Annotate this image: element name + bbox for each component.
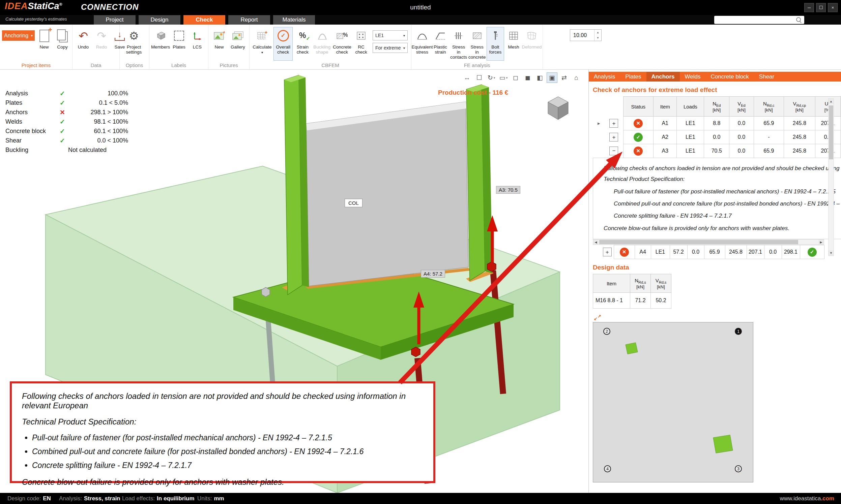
status-pass-icon: ✓ [634, 133, 643, 142]
measure-icon[interactable]: ↔ [462, 72, 473, 83]
expand-diagram-icon[interactable]: ↗ ↙ [594, 314, 601, 321]
view-cube[interactable] [543, 92, 573, 122]
scroll-up-icon[interactable]: ▲ [828, 99, 834, 104]
minimize-button[interactable]: ─ [804, 3, 814, 12]
group-label-options: Options [120, 62, 149, 68]
deformation-scale-spinner[interactable]: 10.00 ▲ ▼ [570, 29, 602, 41]
scrollbar-thumb[interactable] [829, 105, 833, 159]
group-label-project-items: Project items [0, 62, 72, 68]
overall-check-button[interactable]: ✓ Overall check [273, 27, 293, 61]
svg-text:%: % [343, 32, 348, 38]
mesh-button[interactable]: Mesh [505, 27, 522, 61]
labels-lcs-button[interactable]: LCS [189, 27, 206, 61]
view-wireframe-icon[interactable]: ◻ [510, 72, 521, 83]
scrollbar-thumb[interactable] [599, 240, 798, 244]
plate-bolt [262, 287, 270, 297]
equivalent-stress-button[interactable]: Equivalent stress [413, 27, 431, 61]
horizontal-scrollbar[interactable]: ◀ ▶ [593, 239, 824, 245]
search-input[interactable] [716, 16, 795, 23]
selection-mode-icon[interactable]: ▭▾ [498, 72, 509, 83]
render-mode-icon[interactable]: ▣ [547, 72, 557, 83]
column-member[interactable] [284, 75, 492, 295]
scroll-down-icon[interactable]: ▼ [828, 250, 834, 256]
labels-members-button[interactable]: Members [151, 27, 170, 61]
caret-down-icon: ▾ [261, 51, 263, 54]
tab-anchors[interactable]: Anchors [647, 72, 680, 82]
mirror-view-icon[interactable]: ⇄ [559, 72, 569, 83]
ribbon-group-fe-analysis: Equivalent stress Plastic strain [411, 24, 543, 69]
status-analysis-type: Analysis:Stress, strain [59, 495, 120, 502]
concrete-check-button[interactable]: % Concrete check [332, 27, 352, 61]
spin-up-icon[interactable]: ▲ [595, 30, 601, 35]
overall-check-icon: ✓ [277, 30, 289, 41]
search-box[interactable] [714, 16, 804, 24]
tab-plates[interactable]: Plates [620, 72, 646, 82]
calculate-button[interactable]: + Calculate ▾ [252, 27, 273, 61]
website-link[interactable]: www.ideastatica.com [779, 495, 834, 502]
rc-check-icon [356, 31, 366, 41]
status-units: Units:mm [197, 495, 224, 502]
redo-button[interactable]: ↷ Redo [93, 27, 110, 61]
strain-check-icon: %✓ [299, 31, 306, 40]
warning-bullets: Pull-out failure of fastener (for post-i… [32, 433, 423, 470]
rc-check-button[interactable]: RC check [353, 27, 370, 61]
expand-toggle-button[interactable]: + [603, 248, 612, 256]
anchoring-dropdown[interactable]: Anchoring ▾ [2, 30, 35, 41]
ribbon: Anchoring ▾ + New Copy Project items ↶ U… [0, 24, 841, 70]
section-title-anchor-check: Check of anchors for extreme load effect [593, 86, 841, 94]
picture-gallery-button[interactable]: Gallery [229, 27, 247, 61]
home-view-icon[interactable]: ⌂ [571, 72, 582, 83]
maximize-button[interactable]: ☐ [816, 3, 826, 12]
tab-project[interactable]: Project [94, 15, 136, 24]
svg-text:+: + [265, 31, 268, 35]
cbfem-selectors: LE1 ▾ For extreme ▾ [373, 30, 408, 53]
anchor-layout-diagram[interactable]: ↗ ↙ 1 2 3 4 [593, 322, 753, 483]
chevron-right-icon[interactable]: ▸ [598, 120, 600, 126]
table-row-a4: + ✕ A4 LE1 57.2 0.0 65.9 245.8 207.1 0.0… [593, 245, 824, 259]
vertical-scrollbar[interactable]: ▲ ▼ [828, 98, 834, 256]
scroll-left-icon[interactable]: ◀ [593, 239, 599, 245]
copy-item-button[interactable]: Copy [54, 27, 71, 61]
view-solid-icon[interactable]: ◼ [522, 72, 533, 83]
col-v-ed: VEd[kN] [730, 97, 754, 116]
bolt-forces-button[interactable]: Bolt forces [486, 27, 504, 61]
evaluation-select[interactable]: For extreme ▾ [373, 43, 408, 53]
load-case-select[interactable]: LE1 ▾ [373, 30, 408, 40]
expand-toggle-button[interactable]: + [610, 119, 618, 128]
tab-analysis[interactable]: Analysis [589, 72, 620, 82]
app-tagline: Calculate yesterday's estimates [5, 17, 67, 21]
project-settings-button[interactable]: ⚙ Project settings [122, 27, 146, 61]
buckling-shape-button[interactable]: Buckling shape [312, 27, 331, 61]
tab-materials[interactable]: Materials [273, 15, 315, 24]
undo-button[interactable]: ↶ Undo [74, 27, 92, 61]
table-row-a2: + ✓ A2 LE1 0.0 0.0 - 245.8 0.0 0.0 0.0 ✓ [593, 130, 841, 144]
plastic-strain-button[interactable]: Plastic strain [432, 27, 449, 61]
production-cost: Production cost - 116 € [438, 89, 508, 96]
tab-shear[interactable]: Shear [754, 72, 779, 82]
view-transparent-icon[interactable]: ◧ [534, 72, 545, 83]
strain-check-button[interactable]: %✓ Strain check [293, 27, 312, 61]
summary-row-analysis: Analysis ✓ 100.0% [5, 89, 128, 98]
deformed-button[interactable]: Deformed [523, 27, 540, 61]
expand-toggle-button[interactable]: + [610, 133, 618, 142]
picture-new-button[interactable]: + New [210, 27, 228, 61]
spin-down-icon[interactable]: ▼ [595, 35, 601, 41]
tab-design[interactable]: Design [139, 15, 181, 24]
labels-plates-button[interactable]: Plates [170, 27, 188, 61]
zoom-fit-icon[interactable]: ☐ [474, 72, 484, 83]
undo-icon: ↶ [79, 30, 88, 41]
scroll-right-icon[interactable]: ▶ [819, 239, 824, 245]
collapse-toggle-button[interactable]: − [610, 147, 618, 155]
anchor-a4-label: A4: 57.2 [421, 270, 445, 277]
rotate-view-icon[interactable]: ↻▾ [486, 72, 497, 83]
tab-report[interactable]: Report [228, 15, 270, 24]
tab-welds[interactable]: Welds [680, 72, 706, 82]
stress-in-contacts-button[interactable]: Stress in contacts [450, 27, 467, 61]
tab-check[interactable]: Check [184, 15, 225, 24]
new-picture-icon: + [213, 31, 225, 40]
stress-in-concrete-button[interactable]: Stress in concrete [468, 27, 486, 61]
new-project-item-button[interactable]: + New [35, 27, 53, 61]
col-v-rds: VRd,s[kN] [651, 274, 671, 293]
close-button[interactable]: × [828, 3, 838, 12]
tab-concrete-block[interactable]: Concrete block [705, 72, 754, 82]
